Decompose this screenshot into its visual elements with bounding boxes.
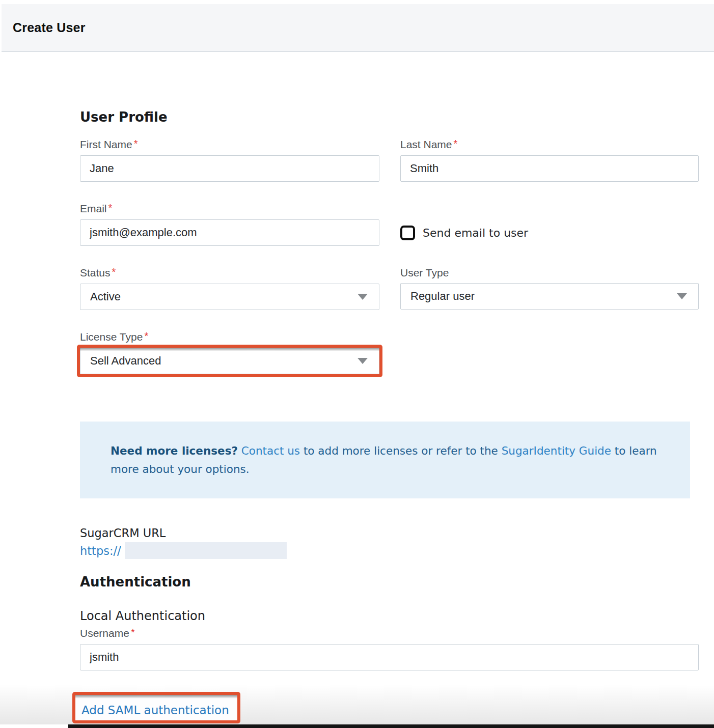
- license-notice-box: Need more licenses? Contact us to add mo…: [80, 422, 690, 498]
- notice-middle-text: to add more licenses or refer to the: [304, 444, 498, 457]
- license-type-select[interactable]: Sell Advanced: [80, 348, 379, 374]
- local-authentication-heading: Local Authentication: [80, 609, 699, 623]
- status-field-group: Status* Active: [80, 267, 379, 310]
- required-asterisk: *: [108, 202, 113, 213]
- last-name-field-group: Last Name*: [400, 138, 699, 182]
- email-input[interactable]: [80, 219, 379, 246]
- email-label-text: Email: [80, 203, 107, 214]
- required-asterisk: *: [144, 330, 148, 342]
- contact-us-link[interactable]: Contact us: [241, 444, 300, 457]
- username-label-text: Username: [80, 627, 129, 639]
- redacted-url-block: [125, 542, 287, 559]
- status-row: Status* Active User Type Regular user: [80, 267, 699, 310]
- form-content: User Profile First Name* Last Name*: [80, 52, 699, 723]
- license-type-select-value: Sell Advanced: [90, 354, 161, 368]
- page-header: Create User: [2, 4, 714, 52]
- username-label: Username*: [80, 627, 699, 639]
- sugaridentity-guide-link[interactable]: SugarIdentity Guide: [502, 444, 611, 457]
- notice-bold-text: Need more licenses?: [111, 444, 238, 457]
- user-profile-heading: User Profile: [80, 109, 699, 125]
- sugarcrm-url-line: https://: [80, 542, 699, 559]
- last-name-label-text: Last Name: [400, 138, 452, 150]
- first-name-label-text: First Name: [80, 138, 132, 150]
- email-field-group: Email*: [80, 203, 379, 246]
- email-label: Email*: [80, 203, 379, 215]
- license-type-label-text: License Type: [80, 331, 143, 343]
- status-label: Status*: [80, 267, 379, 279]
- create-user-page: Create User User Profile First Name* Las…: [0, 0, 714, 728]
- add-saml-annotation-box: Add SAML authentication: [72, 692, 240, 723]
- required-asterisk: *: [134, 138, 138, 149]
- last-name-input[interactable]: [400, 155, 699, 182]
- chevron-down-icon: [677, 293, 687, 299]
- user-profile-section: User Profile First Name* Last Name*: [80, 52, 699, 374]
- last-name-label: Last Name*: [400, 138, 699, 151]
- required-asterisk: *: [131, 627, 135, 638]
- first-name-input[interactable]: [80, 155, 379, 182]
- user-type-label-text: User Type: [400, 267, 449, 278]
- status-label-text: Status: [80, 267, 111, 278]
- first-name-field-group: First Name*: [80, 138, 379, 182]
- sugarcrm-url-label: SugarCRM URL: [80, 526, 699, 540]
- send-email-field-group: Send email to user: [400, 219, 699, 246]
- license-type-field-group: License Type* Sell Advanced: [80, 331, 379, 374]
- first-name-label: First Name*: [80, 138, 379, 151]
- license-row: License Type* Sell Advanced: [80, 331, 699, 374]
- email-row: Email* Send email to user: [80, 203, 699, 246]
- license-type-annotation-box: Sell Advanced: [77, 345, 382, 377]
- send-email-label[interactable]: Send email to user: [423, 227, 528, 239]
- username-input[interactable]: [80, 644, 699, 670]
- user-type-label: User Type: [400, 267, 699, 278]
- user-type-field-group: User Type Regular user: [400, 267, 699, 310]
- bottom-edge-bar: [68, 724, 714, 728]
- license-type-label: License Type*: [80, 331, 379, 343]
- authentication-section: Authentication Local Authentication User…: [80, 574, 699, 723]
- chevron-down-icon: [358, 358, 368, 364]
- user-type-select[interactable]: Regular user: [400, 283, 699, 310]
- required-asterisk: *: [112, 266, 116, 277]
- authentication-heading: Authentication: [80, 574, 699, 590]
- user-type-select-value: Regular user: [410, 290, 475, 303]
- add-saml-authentication-link[interactable]: Add SAML authentication: [75, 695, 237, 720]
- page-title: Create User: [13, 20, 86, 35]
- license-row-spacer: [400, 331, 699, 374]
- send-email-checkbox[interactable]: [400, 226, 415, 240]
- chevron-down-icon: [358, 294, 368, 300]
- name-row: First Name* Last Name*: [80, 138, 699, 182]
- sugarcrm-url-link[interactable]: https://: [80, 544, 121, 557]
- required-asterisk: *: [454, 138, 458, 149]
- status-select-value: Active: [90, 290, 121, 303]
- status-select[interactable]: Active: [80, 284, 379, 310]
